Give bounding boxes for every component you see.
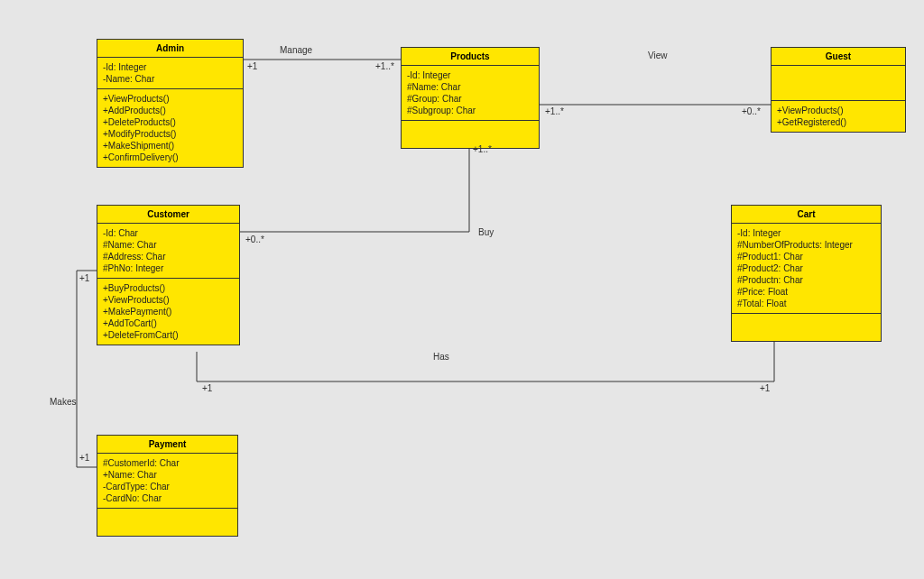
attr: #PhNo: Integer (103, 262, 234, 274)
relation-has-right-mult: +1 (760, 383, 770, 393)
attr: #Group: Char (407, 93, 533, 105)
relation-makes-label: Makes (50, 397, 76, 407)
attr: #Address: Char (103, 251, 234, 262)
class-cart-title: Cart (732, 206, 881, 224)
method: +ModifyProducts() (103, 128, 237, 140)
class-guest-title: Guest (772, 48, 905, 66)
attr: -Id: Integer (103, 61, 237, 73)
attr: -Id: Char (103, 227, 234, 239)
method: +MakeShipment() (103, 140, 237, 152)
class-payment: Payment #CustomerId: Char +Name: Char -C… (97, 435, 238, 537)
attr: #NumberOfProducts: Integer (737, 239, 875, 251)
class-cart-attributes: -Id: Integer #NumberOfProducts: Integer … (732, 224, 881, 314)
class-customer-attributes: -Id: Char #Name: Char #Address: Char #Ph… (97, 224, 239, 279)
attr: #CustomerId: Char (103, 457, 232, 469)
class-admin: Admin -Id: Integer -Name: Char +ViewProd… (97, 39, 244, 168)
relation-view-right-mult: +0..* (742, 106, 761, 116)
method: +AddToCart() (103, 317, 234, 329)
attr: #Product2: Char (737, 262, 875, 274)
class-guest: Guest +ViewProducts() +GetRegistered() (771, 47, 906, 133)
class-payment-methods (97, 509, 237, 536)
attr: #Price: Float (737, 286, 875, 298)
relation-buy-top-mult: +1..* (473, 144, 492, 154)
method: +GetRegistered() (777, 116, 900, 128)
class-customer-methods: +BuyProducts() +ViewProducts() +MakePaym… (97, 279, 239, 345)
class-products-title: Products (402, 48, 539, 66)
relation-makes-bottom-mult: +1 (79, 453, 89, 463)
class-admin-title: Admin (97, 40, 243, 58)
relation-has-label: Has (433, 352, 449, 362)
attr: -Name: Char (103, 73, 237, 85)
relation-makes-top-mult: +1 (79, 273, 89, 283)
attr: -CardType: Char (103, 481, 232, 492)
relation-has-left-mult: +1 (202, 383, 212, 393)
class-admin-methods: +ViewProducts() +AddProducts() +DeletePr… (97, 89, 243, 167)
attr: -Id: Integer (737, 227, 875, 239)
relation-manage-left-mult: +1 (247, 61, 257, 71)
class-customer-title: Customer (97, 206, 239, 224)
method: +DeleteFromCart() (103, 329, 234, 341)
method: +ViewProducts() (777, 105, 900, 116)
class-products-attributes: -Id: Integer #Name: Char #Group: Char #S… (402, 66, 539, 121)
method: +ConfirmDelivery() (103, 152, 237, 163)
relation-manage-label: Manage (280, 45, 312, 55)
class-cart: Cart -Id: Integer #NumberOfProducts: Int… (731, 205, 882, 342)
method: +ViewProducts() (103, 294, 234, 306)
method: +ViewProducts() (103, 93, 237, 105)
attr: #Name: Char (103, 239, 234, 251)
attr: -Id: Integer (407, 69, 533, 81)
class-cart-methods (732, 314, 881, 341)
attr: +Name: Char (103, 469, 232, 481)
method: +AddProducts() (103, 105, 237, 116)
method: +MakePayment() (103, 306, 234, 317)
class-products: Products -Id: Integer #Name: Char #Group… (401, 47, 540, 149)
attr: -CardNo: Char (103, 492, 232, 504)
relation-view-label: View (648, 51, 668, 60)
class-guest-methods: +ViewProducts() +GetRegistered() (772, 101, 905, 132)
attr: #Product1: Char (737, 251, 875, 262)
attr: #Subgroup: Char (407, 105, 533, 116)
class-customer: Customer -Id: Char #Name: Char #Address:… (97, 205, 240, 345)
class-admin-attributes: -Id: Integer -Name: Char (97, 58, 243, 89)
attr: #Total: Float (737, 298, 875, 309)
relation-view-left-mult: +1..* (545, 106, 564, 116)
method: +BuyProducts() (103, 282, 234, 294)
relation-buy-left-mult: +0..* (245, 234, 264, 244)
class-products-methods (402, 121, 539, 148)
attr: #Name: Char (407, 81, 533, 93)
attr: #Productn: Char (737, 274, 875, 286)
relation-buy-label: Buy (478, 227, 494, 237)
class-payment-attributes: #CustomerId: Char +Name: Char -CardType:… (97, 454, 237, 509)
class-payment-title: Payment (97, 436, 237, 454)
method: +DeleteProducts() (103, 116, 237, 128)
class-guest-attributes (772, 66, 905, 101)
relation-manage-right-mult: +1..* (375, 61, 394, 71)
